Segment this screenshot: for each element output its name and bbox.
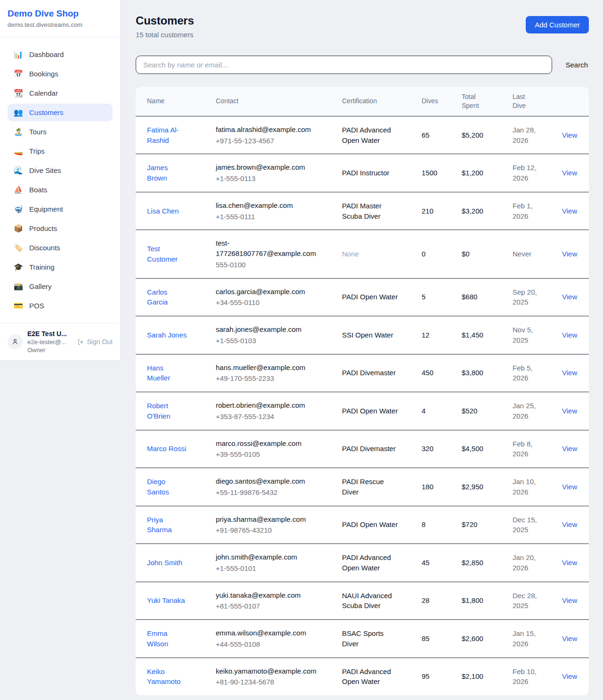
- sidebar-item-dive-sites[interactable]: 🌊 Dive Sites: [8, 162, 113, 179]
- tours-icon: 🏝️: [14, 128, 23, 136]
- sidebar-item-calendar[interactable]: 📆 Calendar: [8, 84, 113, 102]
- column-header-actions: [562, 87, 589, 116]
- equipment-icon: 🤿: [14, 206, 23, 213]
- customer-email: robert.obrien@example.com: [216, 400, 305, 411]
- customer-total-spent: $4,500: [462, 430, 513, 468]
- page-title: Customers: [136, 14, 194, 27]
- customer-certification: None: [342, 249, 359, 259]
- sidebar-item-boats[interactable]: ⛵ Boats: [8, 181, 113, 198]
- view-customer-link[interactable]: View: [562, 250, 577, 258]
- customer-name-link[interactable]: Carlos Garcia: [147, 287, 187, 308]
- table-row: Carlos Garcia carlos.garcia@example.com …: [136, 278, 589, 316]
- table-row: Yuki Tanaka yuki.tanaka@example.com +81-…: [136, 582, 589, 620]
- customer-last-dive: Jan 28, 2026: [513, 125, 540, 146]
- customer-email: john.smith@example.com: [216, 552, 297, 562]
- sidebar-item-pos[interactable]: 💳 POS: [8, 297, 113, 314]
- customer-name-link[interactable]: Keiko Yamamoto: [147, 667, 187, 687]
- customer-certification: PADI Advanced Open Water: [342, 125, 401, 146]
- table-header-row: Name Contact Certification Dives Total S…: [136, 87, 589, 116]
- sidebar-item-discounts[interactable]: 🏷️ Discounts: [8, 239, 113, 256]
- customer-name-link[interactable]: James Brown: [147, 163, 187, 183]
- customer-phone: +49-170-555-2233: [216, 373, 334, 384]
- customer-phone: +1-555-0113: [216, 173, 334, 184]
- view-customer-link[interactable]: View: [562, 369, 577, 377]
- view-customer-link[interactable]: View: [562, 293, 577, 301]
- sidebar-item-training[interactable]: 🎓 Training: [8, 258, 113, 276]
- customer-name-link[interactable]: Test Customer: [147, 244, 187, 264]
- search-button[interactable]: Search: [564, 59, 589, 71]
- table-row: Sarah Jones sarah.jones@example.com +1-5…: [136, 316, 589, 354]
- customer-name-link[interactable]: John Smith: [147, 558, 182, 568]
- customer-dives: 320: [422, 430, 462, 468]
- view-customer-link[interactable]: View: [562, 207, 577, 215]
- customer-certification: SSI Open Water: [342, 330, 393, 340]
- customer-phone: +44-555-0108: [216, 639, 334, 650]
- sidebar-item-dashboard[interactable]: 📊 Dashboard: [8, 46, 113, 63]
- customer-email: james.brown@example.com: [216, 162, 305, 173]
- table-row: Diego Santos diego.santos@example.com +5…: [136, 468, 589, 506]
- add-customer-button[interactable]: Add Customer: [526, 16, 589, 33]
- customer-last-dive: Jan 20, 2026: [513, 552, 540, 573]
- sidebar-item-trips[interactable]: 🚤 Trips: [8, 142, 113, 160]
- view-customer-link[interactable]: View: [562, 483, 577, 491]
- sign-out-button[interactable]: Sign Out: [77, 338, 113, 346]
- view-customer-link[interactable]: View: [562, 559, 577, 567]
- customer-name-link[interactable]: Diego Santos: [147, 477, 187, 497]
- view-customer-link[interactable]: View: [562, 407, 577, 415]
- customer-name-link[interactable]: Yuki Tanaka: [147, 595, 185, 606]
- customer-email: priya.sharma@example.com: [216, 514, 306, 525]
- table-row: Lisa Chen lisa.chen@example.com +1-555-0…: [136, 192, 589, 230]
- customer-last-dive: Dec 28, 2025: [513, 591, 540, 611]
- sidebar-item-customers[interactable]: 👥 Customers: [8, 104, 113, 121]
- customer-name-link[interactable]: Robert O'Brien: [147, 401, 187, 421]
- customer-total-spent: $1,450: [462, 316, 513, 354]
- customer-certification: BSAC Sports Diver: [342, 628, 401, 649]
- customer-name-link[interactable]: Lisa Chen: [147, 206, 179, 216]
- view-customer-link[interactable]: View: [562, 634, 577, 642]
- sidebar-item-products[interactable]: 📦 Products: [8, 220, 113, 237]
- view-customer-link[interactable]: View: [562, 445, 577, 453]
- view-customer-link[interactable]: View: [562, 169, 577, 177]
- customer-last-dive: Feb 10, 2026: [513, 667, 540, 687]
- customer-last-dive: Dec 15, 2025: [513, 515, 540, 535]
- customer-certification: PADI Advanced Open Water: [342, 552, 401, 573]
- customer-last-dive: Feb 5, 2026: [513, 363, 540, 384]
- shop-name[interactable]: Demo Dive Shop: [8, 8, 113, 19]
- customer-total-spent: $2,850: [462, 544, 513, 582]
- customer-name-link[interactable]: Hans Mueller: [147, 363, 187, 384]
- customer-name-link[interactable]: Emma Wilson: [147, 628, 187, 649]
- view-customer-link[interactable]: View: [562, 131, 577, 139]
- table-row: Fatima Al-Rashid fatima.alrashid@example…: [136, 116, 589, 154]
- view-customer-link[interactable]: View: [562, 520, 577, 528]
- user-icon: [11, 338, 19, 346]
- customer-dives: 65: [422, 116, 462, 154]
- sidebar-item-tours[interactable]: 🏝️ Tours: [8, 123, 113, 140]
- customer-name-link[interactable]: Fatima Al-Rashid: [147, 125, 187, 146]
- customer-certification: PADI Advanced Open Water: [342, 667, 401, 687]
- sidebar-item-gallery[interactable]: 📸 Gallery: [8, 278, 113, 295]
- customer-total-spent: $2,600: [462, 620, 513, 658]
- customer-dives: 4: [422, 392, 462, 430]
- customer-name-link[interactable]: Sarah Jones: [147, 330, 187, 340]
- sidebar-item-equipment[interactable]: 🤿 Equipment: [8, 200, 113, 218]
- user-email: e2e-tester@...: [27, 338, 73, 346]
- sidebar-user-panel: E2E Test U... e2e-tester@... Owner Sign …: [0, 323, 120, 360]
- table-row: John Smith john.smith@example.com +1-555…: [136, 544, 589, 582]
- customer-name-link[interactable]: Priya Sharma: [147, 515, 187, 535]
- sidebar-header: Demo Dive Shop demo.test.divestreams.com: [0, 0, 120, 37]
- customer-last-dive: Sep 20, 2025: [513, 287, 540, 308]
- view-customer-link[interactable]: View: [562, 672, 577, 680]
- customer-name-link[interactable]: Marco Rossi: [147, 444, 186, 454]
- customer-last-dive: Jan 25, 2026: [513, 401, 540, 421]
- customer-certification: PADI Divemaster: [342, 368, 396, 378]
- user-role: Owner: [27, 346, 73, 354]
- customer-total-spent: $1,800: [462, 582, 513, 620]
- customer-email: test-1772681807767@example.com: [216, 238, 329, 259]
- customer-phone: +39-555-0105: [216, 449, 334, 460]
- sidebar-item-bookings[interactable]: 📅 Bookings: [8, 65, 113, 82]
- view-customer-link[interactable]: View: [562, 596, 577, 604]
- app-root: Demo Dive Shop demo.test.divestreams.com…: [0, 0, 603, 700]
- view-customer-link[interactable]: View: [562, 331, 577, 339]
- customer-phone: 555-0100: [216, 260, 334, 270]
- search-input[interactable]: [136, 56, 552, 74]
